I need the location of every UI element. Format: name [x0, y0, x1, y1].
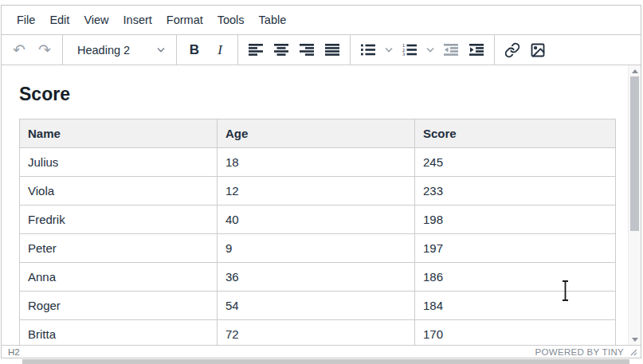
- cell-name[interactable]: Peter: [20, 234, 218, 263]
- align-center-icon: [274, 44, 288, 56]
- toolbar: ↶ ↷ Heading 2 B I: [2, 35, 641, 65]
- table-row: Peter 9 197: [20, 234, 616, 263]
- menu-file[interactable]: File: [10, 10, 42, 29]
- cell-score[interactable]: 198: [415, 205, 616, 234]
- cell-score[interactable]: 170: [415, 320, 616, 345]
- styles-group: Heading 2: [63, 35, 176, 65]
- menu-edit[interactable]: Edit: [42, 10, 76, 29]
- align-justify-button[interactable]: [320, 38, 345, 62]
- cell-age[interactable]: 40: [218, 205, 415, 234]
- cell-name[interactable]: Fredrik: [20, 205, 218, 234]
- menu-tools[interactable]: Tools: [210, 10, 252, 29]
- redo-icon: ↷: [38, 42, 51, 57]
- image-button[interactable]: [525, 38, 551, 62]
- chevron-down-icon: [426, 47, 434, 53]
- align-left-icon: [249, 44, 263, 56]
- cell-age[interactable]: 72: [218, 320, 415, 345]
- bold-icon: B: [190, 42, 199, 58]
- bold-button[interactable]: B: [182, 38, 207, 62]
- image-icon: [530, 42, 546, 58]
- align-group: [238, 35, 350, 65]
- col-header-score[interactable]: Score: [415, 119, 616, 148]
- cell-age[interactable]: 9: [218, 234, 415, 263]
- cell-name[interactable]: Britta: [20, 320, 218, 345]
- table-header-row: Name Age Score: [20, 119, 616, 148]
- document-heading[interactable]: Score: [19, 84, 612, 104]
- statusbar-right: POWERED BY TINY: [535, 347, 637, 357]
- redo-button[interactable]: ↷: [32, 38, 57, 62]
- element-path[interactable]: H2: [8, 347, 20, 357]
- bullet-list-chevron[interactable]: [381, 38, 397, 62]
- cell-score[interactable]: 233: [415, 177, 616, 205]
- numbered-list-icon: 123: [402, 44, 417, 56]
- table-row: Fredrik 40 198: [20, 205, 616, 234]
- page: File Edit View Insert Format Tools Table…: [0, 0, 643, 364]
- menu-format[interactable]: Format: [159, 10, 210, 29]
- align-left-button[interactable]: [243, 38, 269, 62]
- menu-table[interactable]: Table: [252, 10, 294, 29]
- history-group: ↶ ↷: [2, 35, 62, 65]
- table-row: Britta 72 170: [20, 320, 616, 345]
- editor-content-body[interactable]: Score Name Age Score Julius 18 245: [2, 65, 641, 345]
- chevron-down-icon: [157, 47, 165, 53]
- align-center-button[interactable]: [269, 38, 294, 62]
- cell-age[interactable]: 18: [218, 148, 415, 177]
- cell-name[interactable]: Julius: [20, 148, 218, 177]
- chevron-down-icon: [385, 47, 393, 53]
- undo-button[interactable]: ↶: [6, 38, 32, 62]
- menu-view[interactable]: View: [76, 10, 116, 29]
- heading-style-dropdown[interactable]: Heading 2: [68, 38, 171, 62]
- align-right-button[interactable]: [294, 38, 320, 62]
- triangle-up-icon: [632, 69, 638, 73]
- col-header-age[interactable]: Age: [218, 119, 415, 148]
- table-row: Roger 54 184: [20, 292, 616, 320]
- outdent-button[interactable]: [438, 38, 464, 62]
- table-row: Anna 36 186: [20, 263, 616, 292]
- undo-icon: ↶: [13, 42, 25, 57]
- list-indent-group: 123: [351, 35, 494, 65]
- cell-name[interactable]: Viola: [20, 177, 218, 205]
- cell-age[interactable]: 36: [218, 263, 415, 292]
- cell-age[interactable]: 12: [218, 177, 415, 205]
- text-cursor-icon: [560, 280, 570, 302]
- page-horizontal-scrollbar[interactable]: [22, 359, 629, 364]
- menubar: File Edit View Insert Format Tools Table: [2, 6, 641, 35]
- align-justify-icon: [325, 44, 339, 56]
- heading-style-label: Heading 2: [77, 44, 130, 57]
- menu-insert[interactable]: Insert: [116, 10, 159, 29]
- cell-name[interactable]: Anna: [20, 263, 218, 292]
- statusbar: H2 POWERED BY TINY: [2, 345, 641, 358]
- triangle-down-icon: [632, 338, 638, 342]
- cell-age[interactable]: 54: [218, 292, 415, 320]
- insert-group: [495, 35, 555, 65]
- bullet-list-button[interactable]: [355, 38, 381, 62]
- cell-name[interactable]: Roger: [20, 292, 218, 320]
- vertical-scrollbar[interactable]: [628, 65, 641, 345]
- cell-score[interactable]: 197: [415, 234, 616, 263]
- italic-button[interactable]: I: [207, 38, 233, 62]
- scrollbar-thumb[interactable]: [630, 76, 639, 231]
- numbered-list-button[interactable]: 123: [397, 38, 422, 62]
- indent-button[interactable]: [464, 38, 489, 62]
- link-icon: [504, 42, 520, 58]
- svg-text:3: 3: [402, 52, 405, 56]
- outdent-icon: [444, 44, 458, 56]
- cell-score[interactable]: 245: [415, 148, 616, 177]
- numbered-list-chevron[interactable]: [422, 38, 438, 62]
- score-table: Name Age Score Julius 18 245 Viola 12 23…: [19, 119, 616, 345]
- table-row: Julius 18 245: [20, 148, 616, 177]
- cell-score[interactable]: 184: [415, 292, 616, 320]
- align-right-icon: [300, 44, 314, 56]
- resize-handle-icon[interactable]: [629, 347, 637, 356]
- indent-icon: [469, 44, 484, 56]
- italic-icon: I: [218, 42, 222, 58]
- scroll-up-button[interactable]: [629, 65, 641, 76]
- link-button[interactable]: [500, 38, 525, 62]
- table-row: Viola 12 233: [20, 177, 616, 205]
- scroll-down-button[interactable]: [629, 334, 641, 345]
- cell-score[interactable]: 186: [415, 263, 616, 292]
- format-group: B I: [177, 35, 237, 65]
- col-header-name[interactable]: Name: [20, 119, 218, 148]
- powered-by-tiny-link[interactable]: POWERED BY TINY: [535, 347, 624, 357]
- bullet-list-icon: [361, 44, 375, 56]
